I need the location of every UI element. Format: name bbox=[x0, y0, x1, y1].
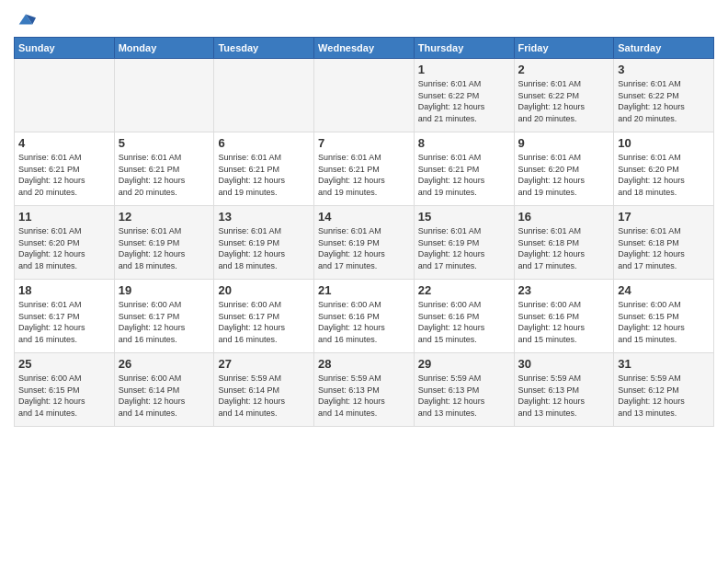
day-info: Sunrise: 6:01 AM Sunset: 6:21 PM Dayligh… bbox=[418, 152, 510, 198]
day-info: Sunrise: 6:00 AM Sunset: 6:15 PM Dayligh… bbox=[18, 373, 110, 419]
calendar-cell: 8Sunrise: 6:01 AM Sunset: 6:21 PM Daylig… bbox=[414, 132, 514, 206]
calendar-cell: 16Sunrise: 6:01 AM Sunset: 6:18 PM Dayli… bbox=[514, 206, 614, 280]
weekday-header-saturday: Saturday bbox=[614, 38, 714, 59]
day-number: 20 bbox=[218, 283, 310, 297]
calendar-cell: 29Sunrise: 5:59 AM Sunset: 6:13 PM Dayli… bbox=[414, 353, 514, 427]
calendar-table: SundayMondayTuesdayWednesdayThursdayFrid… bbox=[14, 37, 714, 427]
day-number: 8 bbox=[418, 136, 510, 150]
week-row-5: 25Sunrise: 6:00 AM Sunset: 6:15 PM Dayli… bbox=[15, 353, 714, 427]
day-info: Sunrise: 6:01 AM Sunset: 6:19 PM Dayligh… bbox=[218, 225, 310, 271]
week-row-4: 18Sunrise: 6:01 AM Sunset: 6:17 PM Dayli… bbox=[15, 280, 714, 353]
day-number: 28 bbox=[318, 357, 410, 371]
calendar-cell: 15Sunrise: 6:01 AM Sunset: 6:19 PM Dayli… bbox=[414, 206, 514, 280]
day-info: Sunrise: 6:00 AM Sunset: 6:15 PM Dayligh… bbox=[618, 299, 710, 345]
day-info: Sunrise: 6:01 AM Sunset: 6:21 PM Dayligh… bbox=[218, 152, 310, 198]
day-info: Sunrise: 6:01 AM Sunset: 6:22 PM Dayligh… bbox=[618, 78, 710, 124]
header bbox=[14, 9, 714, 29]
day-number: 23 bbox=[518, 283, 610, 297]
day-number: 16 bbox=[518, 210, 610, 224]
calendar-cell bbox=[314, 59, 415, 132]
day-number: 2 bbox=[518, 63, 610, 76]
day-number: 18 bbox=[18, 283, 110, 297]
calendar-cell: 10Sunrise: 6:01 AM Sunset: 6:20 PM Dayli… bbox=[614, 132, 714, 206]
calendar-cell: 21Sunrise: 6:00 AM Sunset: 6:16 PM Dayli… bbox=[314, 280, 415, 353]
calendar-cell: 1Sunrise: 6:01 AM Sunset: 6:22 PM Daylig… bbox=[414, 59, 514, 132]
calendar-cell: 5Sunrise: 6:01 AM Sunset: 6:21 PM Daylig… bbox=[114, 132, 214, 206]
calendar-cell: 3Sunrise: 6:01 AM Sunset: 6:22 PM Daylig… bbox=[614, 59, 714, 132]
day-info: Sunrise: 6:00 AM Sunset: 6:17 PM Dayligh… bbox=[119, 299, 210, 345]
day-number: 17 bbox=[618, 210, 710, 224]
calendar-cell: 9Sunrise: 6:01 AM Sunset: 6:20 PM Daylig… bbox=[514, 132, 614, 206]
day-number: 22 bbox=[418, 283, 510, 297]
calendar-cell: 12Sunrise: 6:01 AM Sunset: 6:19 PM Dayli… bbox=[114, 206, 214, 280]
calendar-cell: 6Sunrise: 6:01 AM Sunset: 6:21 PM Daylig… bbox=[214, 132, 314, 206]
calendar-cell: 23Sunrise: 6:00 AM Sunset: 6:16 PM Dayli… bbox=[514, 280, 614, 353]
day-info: Sunrise: 6:01 AM Sunset: 6:17 PM Dayligh… bbox=[18, 299, 110, 345]
day-info: Sunrise: 6:01 AM Sunset: 6:21 PM Dayligh… bbox=[18, 152, 110, 198]
week-row-2: 4Sunrise: 6:01 AM Sunset: 6:21 PM Daylig… bbox=[15, 132, 714, 206]
day-info: Sunrise: 5:59 AM Sunset: 6:13 PM Dayligh… bbox=[418, 373, 510, 419]
weekday-header-monday: Monday bbox=[114, 38, 214, 59]
day-number: 6 bbox=[218, 136, 310, 150]
day-info: Sunrise: 6:01 AM Sunset: 6:20 PM Dayligh… bbox=[518, 152, 610, 198]
day-number: 7 bbox=[318, 136, 410, 150]
calendar-cell: 22Sunrise: 6:00 AM Sunset: 6:16 PM Dayli… bbox=[414, 280, 514, 353]
logo-icon bbox=[16, 9, 36, 29]
day-number: 5 bbox=[119, 136, 210, 150]
calendar-cell: 18Sunrise: 6:01 AM Sunset: 6:17 PM Dayli… bbox=[15, 280, 115, 353]
calendar-cell: 14Sunrise: 6:01 AM Sunset: 6:19 PM Dayli… bbox=[314, 206, 415, 280]
day-info: Sunrise: 5:59 AM Sunset: 6:14 PM Dayligh… bbox=[218, 373, 310, 419]
day-number: 3 bbox=[618, 63, 710, 76]
day-number: 9 bbox=[518, 136, 610, 150]
day-info: Sunrise: 6:01 AM Sunset: 6:20 PM Dayligh… bbox=[618, 152, 710, 198]
day-number: 4 bbox=[18, 136, 110, 150]
calendar-cell: 2Sunrise: 6:01 AM Sunset: 6:22 PM Daylig… bbox=[514, 59, 614, 132]
weekday-header-friday: Friday bbox=[514, 38, 614, 59]
calendar-cell: 27Sunrise: 5:59 AM Sunset: 6:14 PM Dayli… bbox=[214, 353, 314, 427]
day-info: Sunrise: 6:00 AM Sunset: 6:16 PM Dayligh… bbox=[318, 299, 410, 345]
weekday-header-wednesday: Wednesday bbox=[314, 38, 415, 59]
day-number: 14 bbox=[318, 210, 410, 224]
weekday-header-row: SundayMondayTuesdayWednesdayThursdayFrid… bbox=[15, 38, 714, 59]
day-number: 11 bbox=[18, 210, 110, 224]
weekday-header-thursday: Thursday bbox=[414, 38, 514, 59]
day-number: 30 bbox=[518, 357, 610, 371]
day-number: 29 bbox=[418, 357, 510, 371]
calendar-cell: 20Sunrise: 6:00 AM Sunset: 6:17 PM Dayli… bbox=[214, 280, 314, 353]
logo-text bbox=[14, 9, 36, 29]
calendar-cell: 19Sunrise: 6:00 AM Sunset: 6:17 PM Dayli… bbox=[114, 280, 214, 353]
day-number: 27 bbox=[218, 357, 310, 371]
logo bbox=[14, 9, 36, 29]
day-number: 24 bbox=[618, 283, 710, 297]
day-info: Sunrise: 6:01 AM Sunset: 6:21 PM Dayligh… bbox=[119, 152, 210, 198]
day-number: 15 bbox=[418, 210, 510, 224]
calendar-cell: 31Sunrise: 5:59 AM Sunset: 6:12 PM Dayli… bbox=[614, 353, 714, 427]
day-number: 31 bbox=[618, 357, 710, 371]
day-info: Sunrise: 6:01 AM Sunset: 6:22 PM Dayligh… bbox=[418, 78, 510, 124]
week-row-3: 11Sunrise: 6:01 AM Sunset: 6:20 PM Dayli… bbox=[15, 206, 714, 280]
calendar-cell: 4Sunrise: 6:01 AM Sunset: 6:21 PM Daylig… bbox=[15, 132, 115, 206]
day-number: 21 bbox=[318, 283, 410, 297]
day-info: Sunrise: 6:00 AM Sunset: 6:16 PM Dayligh… bbox=[418, 299, 510, 345]
day-number: 12 bbox=[119, 210, 210, 224]
calendar-cell: 30Sunrise: 5:59 AM Sunset: 6:13 PM Dayli… bbox=[514, 353, 614, 427]
day-number: 13 bbox=[218, 210, 310, 224]
day-number: 1 bbox=[418, 63, 510, 76]
day-number: 25 bbox=[18, 357, 110, 371]
day-info: Sunrise: 5:59 AM Sunset: 6:12 PM Dayligh… bbox=[618, 373, 710, 419]
day-info: Sunrise: 6:01 AM Sunset: 6:22 PM Dayligh… bbox=[518, 78, 610, 124]
day-info: Sunrise: 6:00 AM Sunset: 6:17 PM Dayligh… bbox=[218, 299, 310, 345]
day-info: Sunrise: 6:01 AM Sunset: 6:18 PM Dayligh… bbox=[618, 225, 710, 271]
day-info: Sunrise: 6:01 AM Sunset: 6:18 PM Dayligh… bbox=[518, 225, 610, 271]
calendar-cell: 25Sunrise: 6:00 AM Sunset: 6:15 PM Dayli… bbox=[15, 353, 115, 427]
calendar-cell bbox=[114, 59, 214, 132]
day-info: Sunrise: 6:01 AM Sunset: 6:20 PM Dayligh… bbox=[18, 225, 110, 271]
day-info: Sunrise: 6:01 AM Sunset: 6:19 PM Dayligh… bbox=[418, 225, 510, 271]
week-row-1: 1Sunrise: 6:01 AM Sunset: 6:22 PM Daylig… bbox=[15, 59, 714, 132]
calendar-cell: 24Sunrise: 6:00 AM Sunset: 6:15 PM Dayli… bbox=[614, 280, 714, 353]
calendar-cell bbox=[15, 59, 115, 132]
calendar-cell: 7Sunrise: 6:01 AM Sunset: 6:21 PM Daylig… bbox=[314, 132, 415, 206]
weekday-header-tuesday: Tuesday bbox=[214, 38, 314, 59]
day-number: 10 bbox=[618, 136, 710, 150]
calendar-cell bbox=[214, 59, 314, 132]
